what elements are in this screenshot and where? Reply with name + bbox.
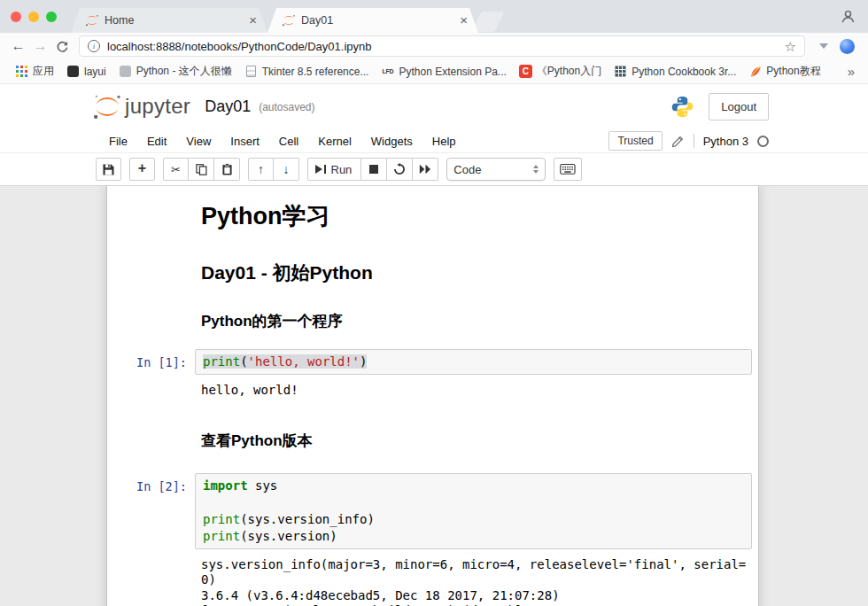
extension-globe-icon[interactable]: [840, 39, 855, 54]
trusted-badge[interactable]: Trusted: [608, 131, 662, 151]
fast-forward-icon: [419, 164, 431, 175]
bookmark-python-extension-packages[interactable]: LFD Python Extension Pa...: [375, 63, 512, 80]
bookmark-layui[interactable]: layui: [60, 63, 112, 80]
python-logo-icon: [670, 95, 694, 119]
jupyter-header: jupyter Day01 (autosaved) Logout: [0, 84, 868, 129]
bookmark-tkinter-reference[interactable]: Tkinter 8.5 reference...: [238, 63, 376, 80]
browser-window: Home × Day01 × ← →: [0, 0, 868, 606]
notebook-container: Python学习 Day01 - 初始Python Python的第一个程序 I…: [106, 186, 759, 606]
output-area: hello, world!: [194, 379, 756, 399]
notebook-scroll-area[interactable]: Python学习 Day01 - 初始Python Python的第一个程序 I…: [0, 186, 868, 606]
lfd-icon: LFD: [381, 65, 394, 78]
move-cell-up-button[interactable]: ↑: [248, 158, 274, 181]
token-string: 'hello, world!': [248, 354, 360, 369]
code-input-1[interactable]: print('hello, world!'): [195, 349, 752, 375]
copy-cell-button[interactable]: [189, 158, 214, 181]
cell-type-select[interactable]: Code: [446, 158, 546, 181]
menu-widgets[interactable]: Widgets: [361, 131, 422, 152]
interrupt-kernel-button[interactable]: [361, 158, 387, 181]
move-cell-down-button[interactable]: ↓: [274, 158, 299, 181]
bookmark-label: 《Python入门: [537, 64, 601, 79]
zoom-window-button[interactable]: [46, 12, 57, 22]
bookmark-label: Python - 这个人很懒: [136, 64, 232, 79]
markdown-heading-2[interactable]: Day01 - 初始Python: [194, 259, 758, 287]
output-prompt: [109, 554, 194, 606]
reload-button[interactable]: [51, 35, 74, 58]
output-line: 3.6.4 (v3.6.4:d48ecebad5, Dec 18 2017, 2…: [201, 588, 748, 604]
bookmark-python-cookbook[interactable]: Python Cookbook 3r...: [608, 63, 742, 80]
menu-help[interactable]: Help: [422, 131, 466, 152]
markdown-heading-3[interactable]: Python的第一个程序: [194, 309, 758, 333]
run-button[interactable]: Run: [307, 158, 361, 181]
output-line: hello, world!: [201, 383, 748, 399]
token-module: sys: [248, 478, 278, 493]
logout-button[interactable]: Logout: [709, 93, 769, 120]
markdown-heading-4[interactable]: 查看Python版本: [194, 429, 758, 453]
command-palette-button[interactable]: [554, 158, 582, 181]
url-text[interactable]: localhost:8888/notebooks/PythonCode/Day0…: [107, 40, 778, 53]
copy-icon: [196, 164, 207, 175]
layui-icon: [66, 65, 80, 78]
minimize-window-button[interactable]: [28, 12, 39, 22]
paste-cell-button[interactable]: [214, 158, 240, 181]
forward-button[interactable]: →: [29, 35, 51, 58]
menu-file[interactable]: File: [99, 131, 137, 152]
bookmark-label: Tkinter 8.5 reference...: [262, 66, 369, 78]
save-button[interactable]: [96, 158, 121, 181]
restart-run-all-button[interactable]: [413, 158, 438, 181]
bookmark-python-tutorial[interactable]: Python教程: [742, 62, 826, 81]
page-info-icon[interactable]: i: [88, 40, 100, 52]
code-cell-2[interactable]: In [2]: import sys print(sys.version_inf…: [109, 472, 756, 550]
book-grid-icon: [614, 65, 627, 78]
tab-day01[interactable]: Day01 ×: [267, 8, 478, 33]
code-input-2[interactable]: import sys print(sys.version_info) print…: [195, 473, 752, 549]
code-cell-1[interactable]: In [1]: print('hello, world!'): [109, 348, 756, 376]
bookmarks-bar: 应用 layui Python - 这个人很懒 Tkinter 8.5 refe…: [0, 59, 868, 84]
bookmark-python-blog[interactable]: Python - 这个人很懒: [112, 62, 238, 81]
address-bar[interactable]: i localhost:8888/notebooks/PythonCode/Da…: [79, 35, 805, 57]
menu-edit[interactable]: Edit: [137, 131, 176, 152]
menu-insert[interactable]: Insert: [221, 131, 269, 152]
bookmark-python-intro[interactable]: C 《Python入门: [513, 62, 608, 81]
bookmark-label: Python Cookbook 3r...: [632, 66, 736, 78]
run-label: Run: [331, 163, 353, 176]
arrow-down-icon: ↓: [283, 162, 290, 176]
token-print: print: [203, 354, 240, 369]
bookmark-label: Python教程: [766, 64, 820, 79]
bookmark-star-icon[interactable]: ☆: [785, 40, 796, 53]
menu-kernel[interactable]: Kernel: [308, 131, 361, 152]
select-stepper-icon: [533, 165, 539, 175]
jupyter-logo[interactable]: jupyter: [92, 94, 190, 120]
tab-home[interactable]: Home ×: [71, 8, 267, 33]
markdown-heading-1[interactable]: Python学习: [194, 198, 758, 234]
token-paren: ): [360, 354, 367, 369]
generic-site-icon: [119, 65, 132, 78]
kernel-idle-indicator-icon: [757, 136, 769, 147]
new-tab-button[interactable]: [471, 12, 504, 32]
notebook-title[interactable]: Day01: [205, 97, 251, 116]
kernel-name[interactable]: Python 3: [703, 135, 748, 148]
add-cell-button[interactable]: +: [129, 158, 155, 181]
caret-down-icon[interactable]: [819, 43, 828, 49]
tab-close-icon[interactable]: ×: [247, 14, 259, 27]
profile-icon[interactable]: [841, 9, 856, 27]
reload-icon: [56, 40, 69, 53]
jupyter-planet-icon: [92, 94, 122, 120]
bookmarks-overflow-chevron[interactable]: »: [843, 64, 859, 79]
token-args: (sys.version): [240, 529, 337, 543]
close-window-button[interactable]: [11, 12, 21, 22]
apps-grid-icon: [15, 65, 28, 78]
token-paren: (: [240, 354, 247, 369]
bookmark-label: layui: [84, 66, 106, 78]
restart-kernel-button[interactable]: [387, 158, 413, 181]
menu-cell[interactable]: Cell: [269, 131, 308, 152]
menu-view[interactable]: View: [176, 131, 221, 152]
bookmark-label: 应用: [33, 64, 54, 79]
bookmark-apps[interactable]: 应用: [9, 62, 60, 81]
tab-day01-label: Day01: [301, 14, 453, 27]
notebook-menubar: File Edit View Insert Cell Kernel Widget…: [0, 129, 868, 153]
plus-icon: +: [138, 160, 146, 176]
back-button[interactable]: ←: [7, 35, 29, 58]
cut-cell-button[interactable]: ✂: [163, 158, 189, 181]
tab-close-icon[interactable]: ×: [458, 14, 469, 27]
